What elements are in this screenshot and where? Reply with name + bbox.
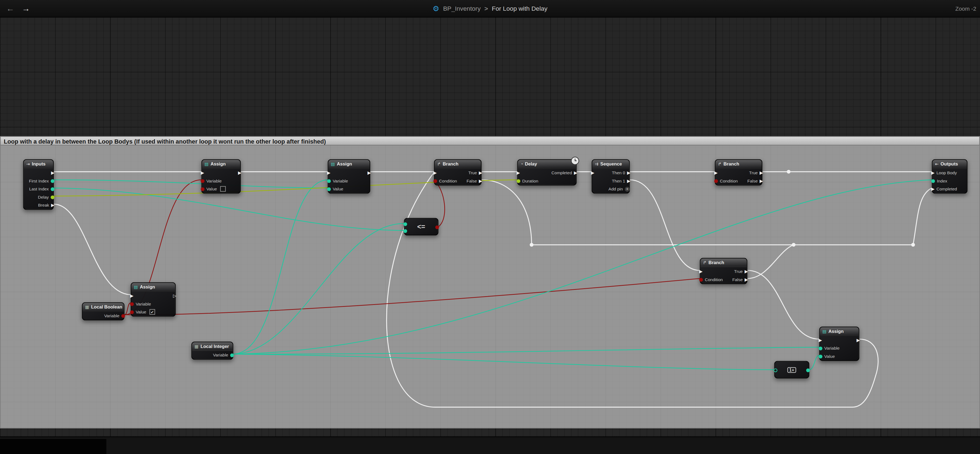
delay-pin-duration[interactable] — [517, 179, 520, 183]
delay-pin-completed[interactable]: ▶ — [574, 170, 577, 175]
assign-increment-pin-exec[interactable]: ▶ — [857, 338, 860, 342]
assign-init-int-pin-variable[interactable] — [327, 179, 331, 183]
assign-break-bool-pin-value[interactable] — [130, 310, 134, 314]
sequence-add-pin-button[interactable]: + — [625, 186, 630, 191]
branch-check-pin-false[interactable]: ▶ — [760, 179, 763, 183]
assign-break-bool-pin-exec[interactable]: ▷ — [173, 294, 176, 298]
branch-check-pin-exec[interactable]: ▶ — [714, 170, 718, 175]
assign-increment-pin-row: Variable — [820, 344, 859, 352]
sequence-pin-row: Add pin+ — [592, 185, 629, 193]
assign-init-bool-pin-variable[interactable] — [201, 179, 205, 183]
node-assign-init-bool[interactable]: ▤Assign▶▶VariableValue — [201, 159, 241, 194]
nodes-layer: ⇥Inputs▶First IndexLast IndexDelayBreak▶… — [0, 0, 980, 454]
outputs-label-loop-body: Loop Body — [936, 170, 957, 175]
delay-pin-row: Duration — [518, 177, 576, 185]
inputs-pin-break[interactable]: ▶ — [51, 203, 54, 207]
assign-init-int-pin-exec[interactable]: ▶ — [368, 170, 371, 175]
node-inputs[interactable]: ⇥Inputs▶First IndexLast IndexDelayBreak▶ — [23, 159, 54, 210]
assign-init-bool-value-checkbox[interactable] — [220, 186, 226, 192]
sequence-pin-exec[interactable]: ▶ — [591, 170, 594, 175]
assign-break-bool-pin-variable[interactable] — [130, 302, 134, 306]
sequence-pin-row: ▶Then 0▶ — [592, 168, 629, 177]
node-branch-check[interactable]: ↱Branch▶True▶ConditionFalse▶ — [715, 159, 762, 186]
graph-name[interactable]: For Loop with Delay — [492, 5, 547, 12]
forward-button[interactable]: → — [22, 0, 30, 17]
node-sequence[interactable]: ⇉Sequence▶Then 0▶Then 1▶Add pin+ — [592, 159, 630, 194]
branch-check-pin-true[interactable]: ▶ — [760, 170, 763, 175]
branch-bottom-header: ↱Branch — [700, 259, 747, 267]
less-equal-pin-int[interactable] — [403, 222, 407, 226]
branch-check-pin-row: ConditionFalse▶ — [715, 177, 762, 185]
branch-check-pin-condition[interactable] — [714, 179, 718, 183]
assign-init-bool-label-variable: Variable — [207, 179, 222, 183]
node-branch-loop[interactable]: ↱Branch▶True▶ConditionFalse▶ — [434, 159, 482, 186]
delay-pin-exec[interactable]: ▶ — [517, 170, 520, 175]
bottom-left-panel — [0, 439, 107, 454]
inputs-title: Inputs — [32, 161, 46, 167]
delay-label-completed: Completed — [551, 170, 572, 175]
node-less-equal[interactable]: <= — [404, 218, 438, 235]
outputs-pin-loop-body[interactable]: ▶ — [931, 170, 934, 175]
assign-increment-pin-exec[interactable]: ▶ — [819, 338, 822, 342]
inputs-pin-first-index[interactable] — [51, 179, 54, 183]
assign-increment-pin-value[interactable] — [819, 354, 822, 358]
less-equal-pin-bool[interactable] — [435, 225, 439, 229]
local-boolean-pin-variable[interactable] — [121, 314, 125, 317]
assign-break-bool-icon: ▤ — [134, 285, 138, 289]
sequence-pin-then-0[interactable]: ▶ — [627, 170, 630, 175]
assign-init-bool-pin-exec[interactable]: ▶ — [201, 170, 204, 175]
branch-loop-title: Branch — [443, 161, 458, 167]
delay-pin-row: ▶Completed▶ — [518, 168, 576, 177]
branch-check-label-false: False — [748, 179, 758, 183]
branch-loop-pin-condition[interactable] — [434, 179, 438, 183]
sequence-pin-then-1[interactable]: ▶ — [627, 179, 630, 183]
assign-increment-pin-variable[interactable] — [819, 346, 822, 350]
assign-init-bool-pin-value[interactable] — [201, 187, 205, 191]
node-delay[interactable]: ◔Delay▶Completed▶Duration — [517, 159, 577, 186]
node-assign-increment[interactable]: ▤Assign▶▶VariableValue — [819, 327, 859, 361]
outputs-pin-row: Index — [932, 177, 967, 185]
node-branch-bottom[interactable]: ↱Branch▶True▶ConditionFalse▶ — [700, 258, 747, 284]
assign-init-int-pin-exec[interactable]: ▶ — [327, 170, 331, 175]
branch-bottom-pin-exec[interactable]: ▶ — [699, 269, 703, 273]
inputs-pin-last-index[interactable] — [51, 187, 54, 191]
branch-loop-pin-false[interactable]: ▶ — [479, 179, 482, 183]
node-assign-break-bool[interactable]: ▤Assign▶▷VariableValue✔ — [131, 282, 176, 316]
inputs-header: ⇥Inputs — [24, 160, 53, 168]
assign-break-bool-pin-exec[interactable]: ▶ — [130, 294, 133, 298]
delay-icon: ◔ — [520, 162, 523, 166]
local-integer-header: ▦Local Integer — [192, 342, 232, 351]
branch-loop-pin-row: ConditionFalse▶ — [434, 177, 481, 185]
outputs-pin-index[interactable] — [931, 179, 935, 183]
assign-init-int-pin-value[interactable] — [327, 187, 331, 191]
branch-bottom-pin-false[interactable]: ▶ — [745, 277, 748, 282]
assign-increment-pin-row: Value — [820, 352, 859, 360]
node-local-boolean[interactable]: ▦Local BooleanVariable — [82, 302, 124, 320]
branch-bottom-pin-true[interactable]: ▶ — [745, 269, 748, 273]
inputs-pin-exec[interactable]: ▶ — [51, 170, 54, 175]
assign-init-bool-pin-exec[interactable]: ▶ — [238, 170, 241, 175]
back-button[interactable]: ← — [6, 0, 14, 17]
branch-bottom-title: Branch — [708, 260, 724, 265]
assign-break-bool-pin-row: Variable — [131, 300, 175, 308]
branch-loop-pin-true[interactable]: ▶ — [479, 170, 482, 175]
node-outputs[interactable]: ⇤Outputs▶Loop BodyIndex▶Completed — [932, 159, 967, 194]
node-local-integer[interactable]: ▦Local IntegerVariable — [191, 342, 233, 360]
node-assign-init-int[interactable]: ▤Assign▶▶VariableValue — [328, 159, 370, 194]
sequence-title: Sequence — [600, 161, 622, 167]
branch-loop-pin-exec[interactable]: ▶ — [434, 170, 437, 175]
outputs-pin-completed[interactable]: ▶ — [931, 187, 934, 191]
node-increment-int[interactable]: 1+ — [774, 361, 810, 378]
inputs-pin-row: ▶ — [24, 168, 53, 177]
increment-int-pin-int[interactable] — [806, 368, 810, 372]
asset-name[interactable]: BP_Inventory — [443, 5, 480, 12]
branch-bottom-label-true: True — [734, 269, 743, 273]
increment-int-pin-int[interactable] — [773, 368, 777, 372]
local-integer-pin-variable[interactable] — [230, 353, 234, 357]
assign-break-bool-label-value: Value — [136, 310, 146, 314]
inputs-pin-delay[interactable] — [51, 195, 54, 199]
less-equal-pin-int[interactable] — [403, 229, 407, 233]
assign-break-bool-value-checkbox[interactable]: ✔ — [150, 309, 155, 315]
local-integer-title: Local Integer — [200, 344, 229, 349]
branch-bottom-pin-condition[interactable] — [699, 278, 703, 281]
